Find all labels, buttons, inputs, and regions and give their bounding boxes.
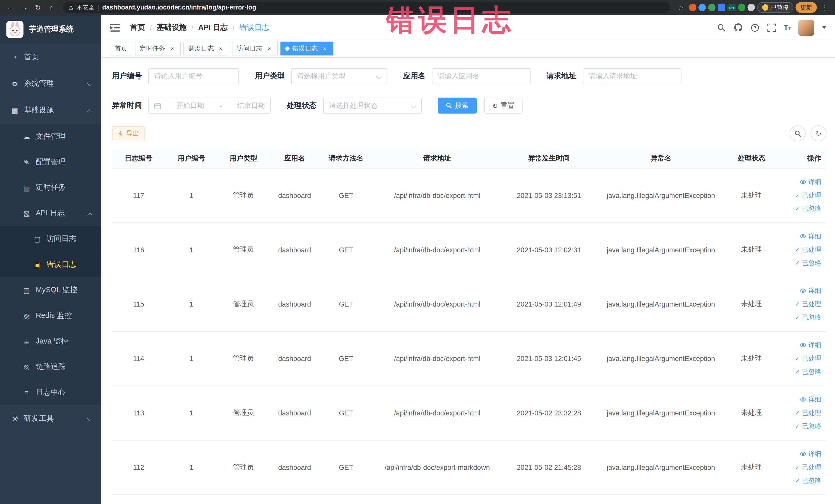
sidebar-item-devtools[interactable]: ⚒ 研发工具 [0, 405, 101, 432]
extension-icon-2[interactable] [698, 4, 706, 11]
reload-icon[interactable]: ↻ [32, 2, 44, 13]
font-size-icon[interactable]: TT [784, 23, 790, 32]
breadcrumb-current: 错误日志 [239, 23, 269, 32]
extension-on-icon[interactable]: on [727, 4, 736, 11]
request-url-input[interactable]: 请输入请求地址 [583, 68, 681, 84]
tab-schedule-log[interactable]: 调度日志 × [184, 42, 229, 56]
sidebar-item-api-log[interactable]: ▧ API 日志 [0, 201, 101, 226]
cell-log-id: 114 [112, 331, 165, 386]
breadcrumb-infra[interactable]: 基础设施 [157, 23, 186, 32]
sidebar-item-file[interactable]: ☁ 文件管理 [0, 124, 101, 149]
col-process-status: 处理状态 [726, 149, 777, 168]
github-icon[interactable] [734, 23, 742, 32]
sidebar-item-home[interactable]: ◔ 首页 [0, 44, 101, 70]
check-icon: ✓ [795, 474, 800, 487]
sidebar-item-system[interactable]: ⚙ 系统管理 [0, 70, 101, 97]
chevron-down-icon[interactable] [822, 26, 827, 29]
mark-ignored-link[interactable]: ✓ 已忽略 [777, 420, 821, 433]
browser-menu-kebab-icon[interactable]: ⋮ [819, 2, 831, 13]
extension-paw-icon[interactable] [748, 4, 755, 11]
mark-processed-link[interactable]: ✓ 已处理 [777, 297, 821, 311]
extension-icon-5[interactable] [738, 4, 746, 11]
user-id-input[interactable]: 请输入用户编号 [148, 68, 239, 84]
cell-exception-name: java.lang.IllegalArgumentException [595, 440, 726, 495]
cell-user-id: 1 [165, 331, 218, 386]
sidebar-item-infra[interactable]: ▦ 基础设施 [0, 97, 101, 124]
breadcrumb-api-log[interactable]: API 日志 [198, 23, 228, 32]
search-button[interactable]: 搜索 [437, 98, 477, 114]
sidebar-item-redis[interactable]: ▨ Redis 监控 [0, 303, 101, 329]
bookmark-star-icon[interactable]: ☆ [675, 2, 687, 13]
mark-ignored-link[interactable]: ✓ 已忽略 [777, 365, 821, 379]
home-icon[interactable]: ⌂ [46, 2, 58, 13]
tab-error-log[interactable]: 错误日志 × [281, 42, 333, 56]
mark-processed-link[interactable]: ✓ 已处理 [777, 352, 821, 365]
mark-processed-link[interactable]: ✓ 已处理 [777, 188, 821, 202]
sidebar-item-config[interactable]: ✎ 配置管理 [0, 149, 101, 175]
user-type-select[interactable]: 请选择用户类型 [291, 68, 387, 84]
cell-method: GET [320, 386, 372, 440]
extension-icon-3[interactable] [708, 4, 716, 11]
mark-ignored-link[interactable]: ✓ 已忽略 [777, 202, 821, 215]
detail-link[interactable]: 详细 [777, 175, 821, 188]
close-icon[interactable]: × [217, 45, 224, 52]
eye-icon [800, 396, 806, 403]
sidebar-item-error-log[interactable]: ▣ 错误日志 [0, 251, 101, 277]
back-icon[interactable]: ← [4, 2, 16, 13]
toggle-search-button[interactable] [790, 125, 806, 141]
avatar[interactable] [798, 20, 814, 36]
extension-icon-4[interactable] [718, 4, 725, 11]
update-button[interactable]: 更新 [795, 2, 817, 13]
export-button[interactable]: 导出 [112, 126, 145, 140]
log-center-icon: ≡ [22, 388, 31, 397]
cell-process-status: 未处理 [726, 168, 777, 222]
paused-badge[interactable]: 已暂停 [757, 2, 793, 13]
chevron-down-icon [411, 103, 416, 108]
sidebar-item-trace[interactable]: ◎ 链路追踪 [0, 354, 101, 380]
help-icon[interactable]: ? [751, 23, 759, 32]
cell-request-url: /api/infra/db-doc/export-html [372, 386, 502, 440]
process-status-select[interactable]: 请选择处理状态 [323, 98, 422, 114]
cell-app-name: dashboard [269, 440, 320, 495]
extension-icon-1[interactable] [689, 4, 696, 11]
refresh-table-button[interactable]: ↻ [810, 125, 826, 141]
sidebar-item-job[interactable]: ▤ 定时任务 [0, 175, 101, 201]
close-icon[interactable]: × [265, 45, 273, 52]
sidebar-item-access-log[interactable]: ▢ 访问日志 [0, 226, 101, 252]
mark-ignored-link[interactable]: ✓ 已忽略 [777, 256, 821, 269]
mark-ignored-link[interactable]: ✓ 已忽略 [777, 474, 821, 487]
cell-log-id: 115 [112, 277, 165, 331]
mark-ignored-link[interactable]: ✓ 已忽略 [777, 311, 821, 324]
sidebar-item-mysql[interactable]: ▥ MySQL 监控 [0, 277, 101, 303]
tab-home[interactable]: 首页 [110, 42, 132, 56]
address-bar[interactable]: ⚠ 不安全 | dashboard.yudao.iocoder.cn/infra… [63, 2, 670, 13]
app-name-input[interactable]: 请输入应用名 [432, 68, 531, 84]
forward-icon[interactable]: → [18, 2, 30, 13]
mark-processed-link[interactable]: ✓ 已处理 [777, 406, 821, 420]
mark-processed-link[interactable]: ✓ 已处理 [777, 461, 821, 474]
breadcrumb-home[interactable]: 首页 [130, 23, 145, 32]
reset-button[interactable]: ↻ 重置 [484, 98, 522, 114]
tab-access-log[interactable]: 访问日志 × [232, 42, 278, 56]
close-icon[interactable]: × [168, 45, 176, 52]
detail-link[interactable]: 详细 [777, 393, 821, 406]
mark-processed-link[interactable]: ✓ 已处理 [777, 243, 821, 256]
detail-link[interactable]: 详细 [777, 229, 821, 243]
detail-link[interactable]: 详细 [777, 447, 821, 461]
cell-exception-name: java.lang.IllegalArgumentException [595, 277, 726, 331]
exception-time-range-picker[interactable]: 开始日期 - 结束日期 [148, 98, 271, 114]
hamburger-icon[interactable] [110, 22, 121, 33]
detail-link[interactable]: 详细 [777, 284, 821, 297]
cell-user-type: 管理员 [218, 168, 269, 222]
sidebar-item-log-center[interactable]: ≡ 日志中心 [0, 380, 101, 405]
cell-user-type: 管理员 [218, 222, 269, 277]
config-icon: ✎ [22, 158, 31, 166]
sidebar-item-java[interactable]: ☕ Java 监控 [0, 329, 101, 354]
svg-text:?: ? [754, 25, 756, 30]
table-header-row: 日志编号 用户编号 用户类型 应用名 请求方法名 请求地址 异常发生时间 异常名… [112, 149, 826, 168]
search-icon[interactable] [717, 23, 726, 32]
close-icon[interactable]: × [321, 45, 328, 52]
tab-job[interactable]: 定时任务 × [135, 42, 181, 56]
fullscreen-icon[interactable] [767, 23, 776, 32]
detail-link[interactable]: 详细 [777, 338, 821, 352]
